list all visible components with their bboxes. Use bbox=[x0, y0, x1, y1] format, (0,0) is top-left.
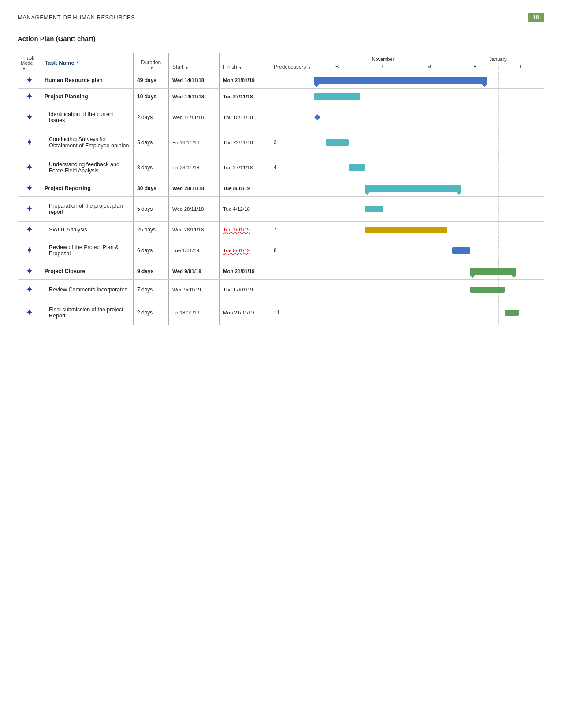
start-filter-icon: ▼ bbox=[185, 66, 189, 70]
table-row: ✦Understanding feedback and Force-Field … bbox=[18, 155, 544, 180]
task-name-cell: Review Comments Incorporated bbox=[41, 280, 134, 300]
table-row: ✦Human Resource plan49 daysWed 14/11/18M… bbox=[18, 72, 544, 89]
predecessors-cell bbox=[270, 280, 314, 300]
predecessors-cell: 8 bbox=[270, 238, 314, 263]
task-mode-cell: ✦ bbox=[18, 280, 41, 300]
letter-B2: B bbox=[452, 63, 498, 70]
duration-cell: 2 days bbox=[134, 300, 169, 325]
gantt-bar bbox=[314, 114, 316, 120]
col-header-name[interactable]: Task Name ▼ bbox=[41, 53, 134, 72]
letter-B1: B bbox=[314, 63, 360, 70]
task-name-cell: Preparation of the project plan report bbox=[41, 197, 134, 221]
task-name-cell: Project Closure bbox=[41, 263, 134, 279]
predecessors-cell bbox=[270, 197, 314, 221]
task-name-cell: Project Reporting bbox=[41, 180, 134, 196]
predecessors-cell: 3 bbox=[270, 130, 314, 155]
duration-cell: 10 days bbox=[134, 89, 169, 105]
duration-cell: 5 days bbox=[134, 197, 169, 221]
task-icon: ✦ bbox=[26, 112, 33, 122]
task-icon: ✦ bbox=[26, 163, 33, 172]
finish-cell: Tue 4/12/18 bbox=[220, 197, 270, 221]
start-cell: Wed 28/11/18 bbox=[169, 197, 220, 221]
name-filter-icon: ▼ bbox=[76, 60, 80, 65]
duration-filter-icon: ▼ bbox=[150, 66, 154, 70]
table-row: ✦Final submission of the project Report2… bbox=[18, 300, 544, 325]
predecessors-cell: 11 bbox=[270, 300, 314, 325]
gantt-bar-cell bbox=[314, 89, 544, 105]
mode-label2: Mode ▼ bbox=[21, 60, 38, 71]
finish-cell: Mon 21/01/19 bbox=[220, 300, 270, 325]
task-name-cell: Final submission of the project Report bbox=[41, 300, 134, 325]
gantt-bar-cell bbox=[314, 180, 544, 196]
gantt-chart: Task Mode ▼ Task Name ▼ Duration ▼ Start… bbox=[18, 53, 544, 325]
task-name-cell: Human Resource plan bbox=[41, 72, 134, 88]
gantt-bar-cell bbox=[314, 222, 544, 238]
page-number: 18 bbox=[528, 13, 544, 22]
finish-filter-icon: ▼ bbox=[238, 66, 242, 70]
predecessors-cell bbox=[270, 263, 314, 279]
start-cell: Wed 9/01/19 bbox=[169, 263, 220, 279]
duration-cell: 6 days bbox=[134, 238, 169, 263]
task-icon: ✦ bbox=[26, 204, 33, 214]
col-header-mode[interactable]: Task Mode ▼ bbox=[18, 53, 41, 72]
task-icon: ✦ bbox=[26, 266, 33, 276]
start-cell: Fri 18/01/19 bbox=[169, 300, 220, 325]
section-title: Action Plan (Gantt chart) bbox=[18, 35, 544, 42]
task-mode-cell: ✦ bbox=[18, 130, 41, 155]
duration-cell: 9 days bbox=[134, 263, 169, 279]
finish-cell: Tue 1/01/19 bbox=[220, 222, 270, 238]
mode-label: Task bbox=[24, 55, 34, 60]
task-name-cell: Identification of the current Issues bbox=[41, 105, 134, 130]
start-cell: Wed 14/11/18 bbox=[169, 105, 220, 130]
task-name-cell: SWOT Analysis bbox=[41, 222, 134, 238]
task-name-cell: Project Planning bbox=[41, 89, 134, 105]
finish-cell: Mon 21/01/19 bbox=[220, 72, 270, 88]
table-row: ✦Project Reporting30 daysWed 28/11/18Tue… bbox=[18, 180, 544, 197]
gantt-bar-cell bbox=[314, 300, 544, 325]
gantt-header: Task Mode ▼ Task Name ▼ Duration ▼ Start… bbox=[18, 53, 544, 72]
start-cell: Fri 23/11/18 bbox=[169, 155, 220, 180]
col-header-predecessors[interactable]: Predecessors ▼ bbox=[270, 53, 314, 72]
gantt-body: ✦Human Resource plan49 daysWed 14/11/18M… bbox=[18, 72, 544, 325]
start-header: Start bbox=[172, 64, 183, 70]
finish-cell: Mon 21/01/19 bbox=[220, 263, 270, 279]
letter-E2: E bbox=[499, 63, 544, 70]
letter-M: M bbox=[406, 63, 452, 70]
table-row: ✦Review Comments Incorporated7 daysWed 9… bbox=[18, 280, 544, 300]
table-row: ✦Preparation of the project plan report5… bbox=[18, 197, 544, 222]
task-icon: ✦ bbox=[26, 285, 33, 295]
task-icon: ✦ bbox=[26, 183, 33, 193]
task-mode-cell: ✦ bbox=[18, 72, 41, 88]
page-title: MANAGEMENT OF HUMAN RESOURCES bbox=[18, 14, 135, 21]
col-header-duration[interactable]: Duration ▼ bbox=[134, 53, 169, 72]
table-row: ✦Identification of the current Issues2 d… bbox=[18, 105, 544, 130]
gantt-bar bbox=[349, 164, 365, 171]
task-name-cell: Understanding feedback and Force-Field A… bbox=[41, 155, 134, 180]
start-cell: Tue 1/01/19 bbox=[169, 238, 220, 263]
task-mode-cell: ✦ bbox=[18, 197, 41, 221]
start-cell: Wed 28/11/18 bbox=[169, 180, 220, 196]
gantt-bar bbox=[365, 227, 448, 233]
finish-cell: Tue 8/01/19 bbox=[220, 238, 270, 263]
task-icon: ✦ bbox=[26, 246, 33, 255]
task-icon: ✦ bbox=[26, 225, 33, 235]
start-cell: Fri 16/11/18 bbox=[169, 130, 220, 155]
finish-cell: Tue 27/11/18 bbox=[220, 155, 270, 180]
gantt-bar-cell bbox=[314, 238, 544, 263]
gantt-bar-cell bbox=[314, 105, 544, 130]
gantt-bar-cell bbox=[314, 72, 544, 88]
gantt-bar bbox=[470, 268, 516, 275]
start-cell: Wed 28/11/18 bbox=[169, 222, 220, 238]
table-row: ✦Review of the Project Plan & Proposal6 … bbox=[18, 238, 544, 263]
task-mode-cell: ✦ bbox=[18, 222, 41, 238]
col-header-finish[interactable]: Finish ▼ bbox=[220, 53, 270, 72]
task-mode-cell: ✦ bbox=[18, 105, 41, 130]
svg-marker-0 bbox=[314, 114, 320, 120]
letter-E1: E bbox=[360, 63, 406, 70]
duration-cell: 5 days bbox=[134, 130, 169, 155]
gantt-header-area: November January B E M B E bbox=[314, 53, 544, 72]
table-row: ✦Conducting Surveys for Obtainment of Em… bbox=[18, 130, 544, 155]
gantt-bar bbox=[505, 310, 518, 316]
table-row: ✦SWOT Analysis25 daysWed 28/11/18Tue 1/0… bbox=[18, 222, 544, 238]
col-header-start[interactable]: Start ▼ bbox=[169, 53, 220, 72]
